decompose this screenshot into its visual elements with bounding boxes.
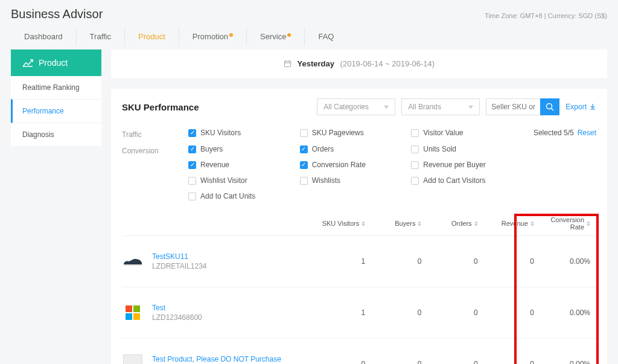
sku-code: LZD123468600 bbox=[152, 313, 202, 322]
tab-traffic[interactable]: Traffic bbox=[77, 27, 125, 46]
cell-value: 0 bbox=[371, 257, 427, 266]
sidebar-header: Product bbox=[11, 49, 101, 76]
categories-select[interactable]: All Categories bbox=[317, 98, 395, 115]
search-icon bbox=[546, 103, 554, 111]
cell-value: 0 bbox=[371, 308, 427, 317]
checkbox-icon bbox=[411, 177, 419, 185]
brands-select[interactable]: All Brands bbox=[401, 98, 480, 115]
column-header-sku-visitors[interactable]: SKU Visitors bbox=[315, 216, 371, 231]
column-header-revenue[interactable]: Revenue bbox=[484, 216, 540, 231]
reset-link[interactable]: Reset bbox=[578, 129, 596, 137]
metric-checkbox-buyers[interactable]: Buyers bbox=[188, 145, 300, 153]
table-row: TestLZD12346860010000.00% bbox=[122, 287, 596, 339]
export-link[interactable]: Export bbox=[565, 103, 596, 111]
selected-info: Selected 5/5 Reset bbox=[534, 129, 596, 137]
svg-rect-2 bbox=[126, 305, 132, 312]
sku-search-input[interactable] bbox=[486, 98, 540, 115]
checkbox-icon bbox=[300, 145, 308, 153]
chart-icon bbox=[22, 58, 34, 68]
sku-thumb bbox=[122, 353, 144, 364]
metric-checkbox-sku-pageviews[interactable]: SKU Pageviews bbox=[300, 129, 412, 137]
checkbox-icon bbox=[188, 145, 196, 153]
sort-icon bbox=[587, 221, 590, 226]
chevron-down-icon bbox=[384, 106, 389, 109]
metric-checkbox-conversion-rate[interactable]: Conversion Rate bbox=[300, 161, 412, 169]
metric-checkbox-revenue[interactable]: Revenue bbox=[188, 161, 300, 169]
checkbox-icon bbox=[300, 129, 308, 137]
app-title: Business Advisor bbox=[11, 7, 103, 21]
checkbox-icon bbox=[411, 161, 419, 169]
metric-label: SKU Pageviews bbox=[312, 129, 364, 137]
sort-icon bbox=[474, 221, 478, 226]
cell-value: 0.00% bbox=[540, 360, 596, 364]
cell-value: 0.00% bbox=[540, 257, 596, 266]
metric-checkbox-orders[interactable]: Orders bbox=[300, 145, 412, 153]
metric-label: Revenue per Buyer bbox=[423, 161, 485, 169]
sort-icon bbox=[362, 221, 365, 226]
tab-service[interactable]: Service bbox=[247, 27, 305, 46]
metric-label: Add to Cart Units bbox=[200, 192, 255, 200]
sort-icon bbox=[530, 221, 534, 226]
sku-name-link[interactable]: Test bbox=[152, 304, 202, 312]
metric-checkbox-sku-visitors[interactable]: SKU Visitors bbox=[188, 129, 300, 137]
metric-group-label: Traffic bbox=[122, 129, 188, 139]
metric-checkbox-wishlist-visitor[interactable]: Wishlist Visitor bbox=[188, 176, 300, 185]
sku-name-link[interactable]: TestSKU11 bbox=[152, 252, 207, 261]
metric-checkbox-add-to-cart-visitors[interactable]: Add to Cart Visitors bbox=[411, 176, 523, 185]
notification-dot-icon bbox=[229, 33, 233, 37]
tab-promotion[interactable]: Promotion bbox=[179, 27, 247, 46]
column-header-orders[interactable]: Orders bbox=[427, 216, 483, 231]
table-row: TestSKU11LZDRETAIL123410000.00% bbox=[122, 236, 596, 287]
metric-label: Orders bbox=[312, 145, 334, 153]
checkbox-icon bbox=[188, 161, 196, 169]
tab-product[interactable]: Product bbox=[125, 27, 179, 46]
metric-checkbox-wishlists[interactable]: Wishlists bbox=[300, 176, 412, 185]
checkbox-icon bbox=[411, 145, 419, 153]
metric-label: Buyers bbox=[200, 145, 223, 153]
column-header-conversion-rate[interactable]: Conversion Rate bbox=[540, 216, 596, 231]
checkbox-icon bbox=[188, 193, 196, 200]
tab-dashboard[interactable]: Dashboard bbox=[11, 27, 77, 46]
metric-label: SKU Visitors bbox=[200, 129, 241, 137]
metric-label: Visitor Value bbox=[423, 129, 463, 137]
svg-point-1 bbox=[547, 104, 552, 109]
top-tabs: DashboardTrafficProductPromotionServiceF… bbox=[11, 27, 607, 46]
cell-value: 0.00% bbox=[540, 308, 596, 317]
metric-label: Add to Cart Visitors bbox=[423, 176, 485, 185]
sku-name-link[interactable]: Test Product, Please DO NOT Purchase bbox=[152, 355, 281, 363]
table-row: Test Product, Please DO NOT Purchase3235… bbox=[122, 339, 596, 364]
svg-rect-5 bbox=[133, 313, 140, 320]
sidebar-item-performance[interactable]: Performance bbox=[11, 99, 101, 123]
column-header-buyers[interactable]: Buyers bbox=[371, 216, 427, 231]
metric-label: Wishlists bbox=[312, 176, 340, 185]
tab-faq[interactable]: FAQ bbox=[305, 27, 347, 46]
metric-checkbox-units-sold[interactable]: Units Sold bbox=[411, 145, 523, 153]
cell-value: 1 bbox=[315, 308, 371, 317]
svg-rect-3 bbox=[133, 305, 140, 312]
metric-checkbox-revenue-per-buyer[interactable]: Revenue per Buyer bbox=[411, 161, 523, 169]
metric-checkbox-add-to-cart-units[interactable]: Add to Cart Units bbox=[188, 192, 300, 200]
checkbox-icon bbox=[300, 161, 308, 169]
table-body: TestSKU11LZDRETAIL123410000.00%TestLZD12… bbox=[122, 236, 596, 364]
metric-label: Wishlist Visitor bbox=[200, 176, 247, 185]
cell-value: 0 bbox=[427, 257, 483, 266]
sidebar: Product Realtime RankingPerformanceDiagn… bbox=[11, 49, 101, 364]
sidebar-item-diagnosis[interactable]: Diagnosis bbox=[11, 123, 101, 146]
sku-thumb bbox=[122, 251, 144, 272]
download-icon bbox=[589, 103, 596, 110]
search-button[interactable] bbox=[540, 98, 559, 115]
date-bar[interactable]: Yesterday (2019-06-14 ~ 2019-06-14) bbox=[111, 49, 607, 78]
metric-checkbox-visitor-value[interactable]: Visitor Value bbox=[411, 129, 523, 137]
metric-label: Revenue bbox=[200, 161, 229, 169]
cell-value: 0 bbox=[484, 360, 540, 364]
metric-label: Conversion Rate bbox=[312, 161, 366, 169]
metric-group-label: Conversion bbox=[122, 145, 188, 155]
cell-value: 1 bbox=[315, 257, 371, 266]
sidebar-item-realtime-ranking[interactable]: Realtime Ranking bbox=[11, 76, 101, 99]
svg-rect-4 bbox=[126, 313, 132, 320]
sku-performance-panel: SKU Performance All Categories All Brand… bbox=[111, 89, 607, 364]
notification-dot-icon bbox=[287, 33, 291, 37]
sku-thumb bbox=[122, 302, 144, 324]
checkbox-icon bbox=[188, 129, 196, 137]
checkbox-icon bbox=[411, 129, 419, 137]
